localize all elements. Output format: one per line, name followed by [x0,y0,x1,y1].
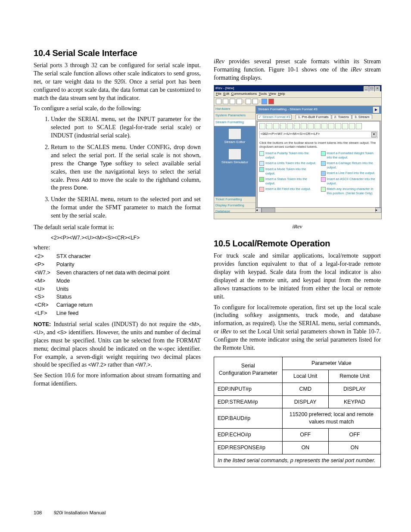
sec1-p1: Serial ports 3 through 32 can be configu… [34,62,201,102]
window-buttons[interactable]: _□× [363,85,380,91]
page-footer: 108 920i Installation Manual [34,510,106,516]
table-row: EDP.STREAM#pDISPLAYKEYPAD [214,395,381,408]
th-local: Local Unit [282,370,328,383]
window-title: iRev - [New] [215,85,234,91]
sec2-p2: To configure for local/remote operation,… [214,304,381,352]
default-format-label: The default serial scale format is: [34,224,201,232]
window-titlebar: iRev - [New] _□× [214,85,381,91]
th-value: Parameter Value [282,357,380,370]
table-row: EDP.RESPONSE#pONON [214,442,381,454]
tab-tokens[interactable]: 2. Tokens [332,115,352,119]
step-1: Under the SERIAL menu, set the INPUT par… [51,115,201,140]
th-param: SerialConfiguration Parameter [214,357,283,383]
th-remote: Remote Unit [328,370,380,383]
tab-prebuilt[interactable]: 1. Pre-Built Formats [296,115,331,119]
config-steps: Under the SERIAL menu, set the INPUT par… [34,115,201,220]
stream-editor-icon[interactable] [229,129,241,139]
nav-system-params[interactable]: System Parameters [214,112,255,119]
nav-display-formatting[interactable]: Display Formatting [214,202,255,208]
see-more: See Section 10.6 for more information ab… [34,372,201,388]
section-10-5-heading: 10.5 Local/Remote Operation [214,238,381,249]
step-3: Under the SERIAL menu, return to the sel… [51,196,201,220]
note: NOTE: Industrial serial scales (INDUST) … [34,320,201,369]
right-intro: iRev provides several preset scale forma… [214,58,381,82]
token-definitions: <2>STX character <P>Polarity <W7.>Seven … [34,253,175,318]
figure-caption: iRev [214,223,381,230]
format-combo[interactable]: ✓ Stream Format #3 [257,115,292,120]
stream-simulator-label: Stream Simulator [221,160,248,165]
page-number: 108 [34,510,42,515]
nav-hardware[interactable]: Hardware [214,106,255,113]
status-bar [214,212,381,219]
stream-simulator-icon[interactable] [229,149,241,159]
sec2-p1: For truck scale and similar applications… [214,252,381,301]
panel-title: Stream Formatting - Stream Format #3 ▶ [256,106,381,114]
step-2: Return to the SCALES menu. Under CONFIG,… [51,143,201,192]
default-format-string: <2><P><W7.><U><M><S><CR><LF> [51,234,201,241]
hint-text: Click the buttons on the toolbar above t… [259,141,378,149]
maximize-icon: □ [369,86,374,91]
close-icon: × [375,86,380,91]
menu-bar[interactable]: File Edit Communications Tools View Help [214,91,381,98]
irev-screenshot: iRev - [New] _□× File Edit Communication… [214,85,382,219]
main-toolbar[interactable]: | | [214,98,381,106]
table-row: EDP.BAUD#p115200 preferred; local and re… [214,408,381,429]
table-footnote: In the listed serial commands, p represe… [214,454,381,467]
tab-stream[interactable]: 3. Stream [352,115,372,119]
nav-stream-formatting[interactable]: Stream Formatting [214,119,255,126]
section-10-4-heading: 10.4 Serial Scale Interface [34,47,201,59]
minimize-icon: _ [364,86,369,91]
table-row: EDP.ECHO#pOFFOFF [214,429,381,442]
where-label: where: [34,244,201,252]
table-row: EDP.INPUT#pCMDDISPLAY [214,383,381,395]
stream-editor-label: Stream Editor [224,140,246,145]
sec1-p2: To configure a serial scale, do the foll… [34,105,201,113]
editor-toolbar[interactable]: ··· [259,123,378,129]
nav-ticket-formatting[interactable]: Ticket Formatting [214,196,255,202]
go-button[interactable]: ▶ [373,107,379,113]
format-line[interactable]: <002><P><W7.><U><M><S><CR><LF>▾ [259,131,378,138]
serial-params-table: SerialConfiguration Parameter Parameter … [214,357,381,467]
sidebar: Hardware System Parameters Stream Format… [214,106,256,215]
